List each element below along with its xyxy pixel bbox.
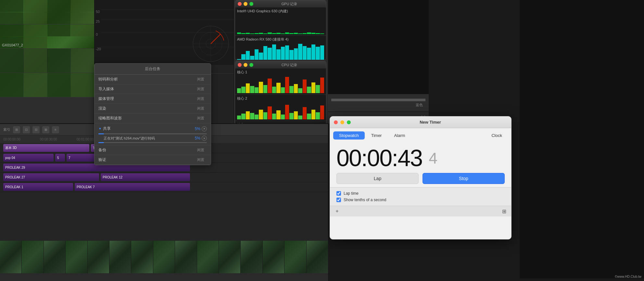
cpu-core-1-section: 核心 1 [235,68,326,95]
scope-50-label: 50 [96,10,100,14]
layout-button[interactable]: ⊞ [501,208,507,214]
timer-time-display: 00:00:43 [336,145,422,171]
track-row-5: PROLEAK 1 PROLEAK 7 [0,182,328,192]
backend-share-section: ▼ 共享 5% ✕ 正在对"测试 h264.mov"进行转码 5% ✕ [95,123,211,145]
timeline-btn-2[interactable]: ⊡ [23,126,30,133]
timer-close-btn[interactable] [334,120,338,124]
backend-tasks-popup[interactable]: 后台任务 转码和分析 闲置 导入媒体 闲置 媒体管理 闲置 渲染 闲置 缩略图和… [94,63,211,165]
watermark: ©www.HD.Club.tw [615,275,641,278]
media-browser-panel: GX010477_2 [0,0,94,123]
timer-zoom-btn[interactable] [347,120,351,124]
show-tenths-label: Show tenths of a second [344,198,386,202]
cpu-core-1-label: 核心 1 [237,70,324,75]
backend-row-media-mgmt: 媒体管理 闲置 [95,94,211,104]
lap-time-label: Lap time [344,191,359,196]
backend-row-verify: 验证 闲置 [95,155,211,165]
timer-minimize-btn[interactable] [340,120,344,124]
timer-display-area: 00:00:43 4 [330,141,511,173]
cpu-zoom-btn[interactable] [249,63,253,67]
gpu-intel-section: Intel® UHD Graphics 630 (内建) [235,7,326,36]
timer-tabs-bar: Stopwatch Timer Alarm Clock [330,128,511,141]
clip-pop04[interactable]: pop 04 [3,154,54,162]
lap-button[interactable]: Lap [336,173,419,184]
backend-popup-title: 后台任务 [95,64,211,75]
gpu-intel-chart [237,15,324,34]
clip-proleak1[interactable]: PROLEAK 1 [3,183,73,191]
cpu-monitor-titlebar: CPU 记录 [235,61,326,68]
timecode-30: 00:00:30:00 [40,138,57,141]
share-sub-row: 正在对"测试 h264.mov"进行转码 5% ✕ [98,135,207,141]
clip-3d[interactable]: 基本 3D [3,144,89,152]
gpu-amd-label: AMD Radeon RX 580 (連接埠 4) [237,37,324,42]
tenths-option: Show tenths of a second [336,197,505,203]
clip-proleak27[interactable]: PROLEAK 27 [3,173,99,181]
share-progress-bar [98,133,207,134]
backend-row-transcode: 转码和分析 闲置 [95,75,211,84]
scope-0-label: 0 [96,32,98,36]
timeline-btn-4[interactable]: ⊠ [42,126,49,133]
timer-footer: + ⊞ [330,206,511,216]
gpu-close-btn[interactable] [238,2,242,6]
tab-alarm[interactable]: Alarm [388,131,411,140]
timeline-btn-3[interactable]: ⊟ [32,126,40,133]
share-expand-arrow[interactable]: ▼ [98,127,102,130]
gpu-amd-section: AMD Radeon RX 580 (連接埠 4) [235,36,326,60]
lap-time-option: Lap time [336,190,505,197]
cpu-close-btn[interactable] [238,63,242,67]
cpu-monitor-title: CPU 记录 [255,63,323,67]
color-label-bar: 蓝色 [328,94,429,112]
index-label[interactable]: 索引 [3,127,10,132]
lap-time-checkbox[interactable] [336,191,341,196]
gpu-monitor-title: GPU 记录 [255,2,323,6]
gpu-monitor-titlebar: GPU 记录 [235,0,326,7]
media-clip-label: GX010477_2 [2,43,23,47]
filmstrip [0,241,328,273]
tab-timer[interactable]: Timer [365,131,388,140]
gpu-amd-chart [237,43,324,60]
media-thumb-1[interactable] [0,0,94,24]
backend-row-import: 导入媒体 闲置 [95,84,211,94]
tab-stopwatch[interactable]: Stopwatch [333,131,365,140]
timecode-0: 00:00:00:00 [3,138,20,141]
media-thumb-3[interactable] [0,49,94,73]
timer-lap-count: 4 [429,149,437,167]
gpu-zoom-btn[interactable] [249,2,253,6]
cpu-core-2-chart [237,102,324,119]
scope-25-label: 25 [96,19,100,23]
color-label: 蓝色 [416,103,423,107]
timer-action-buttons: Lap Stop [330,173,511,187]
right-dark-panel [520,0,644,278]
cpu-core-2-section: 核心 2 [235,95,326,121]
media-thumb-2[interactable]: GX010477_2 [0,24,94,49]
clip-proleak7[interactable]: PROLEAK 7 [75,183,190,191]
scope-minus20-label: -20 [96,47,101,51]
backend-row-backup: 备份 闲置 [95,145,211,155]
clip-5[interactable]: 5 [55,154,65,162]
add-timer-button[interactable]: + [334,208,340,214]
timer-window-title: New Timer [353,120,507,125]
cpu-core-1-chart [237,75,324,93]
share-close-btn[interactable]: ✕ [202,126,207,131]
backend-row-thumbnail: 缩略图和波形 闲置 [95,114,211,123]
track-row-4: PROLEAK 27 PROLEAK 12 [0,173,328,182]
gpu-intel-label: Intel® UHD Graphics 630 (内建) [237,9,324,14]
timer-options-section: Lap time Show tenths of a second [330,187,511,206]
timeline-btn-1[interactable]: ⊞ [13,126,20,133]
cpu-minimize-btn[interactable] [244,63,247,67]
timecode-60: 00:01:00:00 [77,138,94,141]
show-tenths-checkbox[interactable] [336,198,341,202]
tab-clock[interactable]: Clock [486,131,508,140]
timer-titlebar: New Timer [330,116,511,128]
backend-row-render: 渲染 闲置 [95,104,211,114]
timer-window: New Timer Stopwatch Timer Alarm Clock 00… [330,116,511,239]
timeline-btn-5[interactable]: ≡ [52,126,59,133]
layout-icon: ⊞ [502,209,506,214]
gpu-monitor-window: GPU 记录 Intel® UHD Graphics 630 (内建) [235,0,326,60]
stop-button[interactable]: Stop [423,173,505,184]
clip-proleak12[interactable]: PROLEAK 12 [101,173,190,181]
cpu-core-2-label: 核心 2 [237,96,324,101]
gpu-minimize-btn[interactable] [244,2,247,6]
media-thumb-4[interactable] [0,73,94,97]
share-sub-close-btn[interactable]: ✕ [202,136,207,141]
share-sub-progress-bar [98,142,207,143]
